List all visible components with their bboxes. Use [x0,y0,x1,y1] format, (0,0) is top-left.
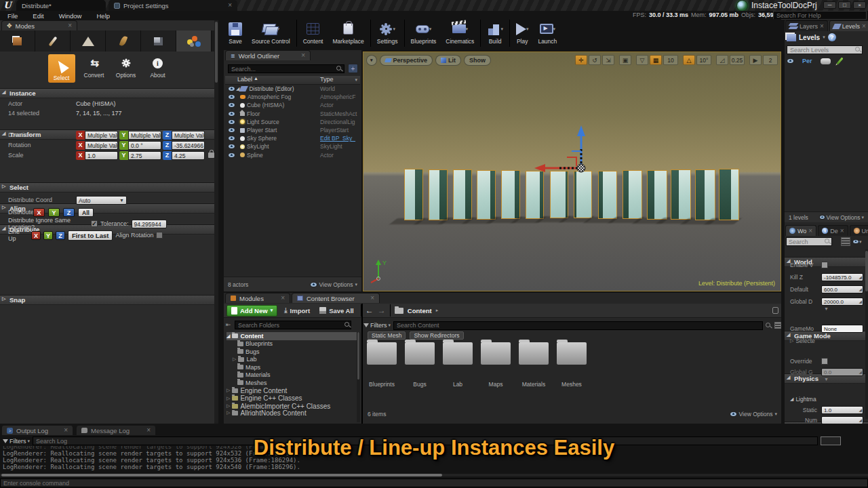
align-rotation-checkbox[interactable] [156,232,163,239]
viewport[interactable]: ▾ Perspective Lit Show ✛ ↺ ⇲ ▣ ▽ ▦ 10 [363,52,781,291]
tolerance-field[interactable]: 94.295944 [132,220,167,228]
grid-snap-value[interactable]: 10 [663,55,678,65]
select-tool-button[interactable]: Select [48,54,75,83]
tab-output-log[interactable]: > Output Log × [1,425,73,435]
tab-world-outliner[interactable]: ≣ World Outliner × [225,50,311,60]
convert-tool-button[interactable]: ⇆ Convert [81,54,107,79]
blueprints-button[interactable]: ▾ Blueprints [406,19,441,45]
pencil-icon[interactable] [836,57,843,64]
tab-message-log[interactable]: Message Log × [76,425,156,435]
close-icon[interactable]: × [281,295,285,302]
asset-folder-blueprints[interactable]: Blueprints [365,342,399,388]
first-to-last-button[interactable]: First to Last [68,230,113,241]
outliner-row[interactable]: Atmospheric Fog AtmosphericF [225,93,360,101]
play-button[interactable]: ▾ Play [511,19,534,45]
visibility-eye-icon[interactable] [228,152,235,158]
visibility-eye-icon[interactable] [228,86,235,92]
static-lighting-field[interactable]: 1.0◢ [821,406,863,414]
outliner-row-world[interactable]: ◢ Distribute (Editor) World [225,85,360,93]
camera-speed-value[interactable]: 2 [763,55,778,65]
section-snap[interactable]: Snap [0,295,218,305]
distribute-all-button[interactable]: All [78,208,94,217]
perspective-button[interactable]: Perspective [380,55,433,66]
tab-world-settings[interactable]: Wo × [785,225,816,236]
surface-snap-button[interactable]: ▽ [636,55,648,65]
tab-project-settings[interactable]: Project Settings × [108,0,237,11]
tab-details[interactable]: i De × [818,225,848,236]
selected-gamemode-row[interactable]: ▷ Selecte [785,335,868,346]
global-d-field[interactable]: 20000.0◢ [821,298,863,306]
add-new-button[interactable]: Add New ▾ [226,305,277,317]
show-button[interactable]: Show [464,55,491,66]
content-button[interactable]: Content [298,19,328,45]
visibility-eye-icon[interactable] [228,102,235,108]
visibility-eye-icon[interactable] [228,136,235,141]
outliner-row[interactable]: Player Start PlayerStart [225,126,360,134]
tree-item[interactable]: ▷Lab [226,356,357,364]
asset-folder-materials[interactable]: Materials [517,342,551,388]
level-row-persistent[interactable]: Per [787,57,866,65]
kill-z-field[interactable]: -1048575.0◢ [821,273,863,281]
gamemode-dropdown[interactable]: None [821,325,863,333]
outliner-row[interactable]: Spline Actor [225,151,360,159]
outliner-view-options-button[interactable]: View Options ▾ [310,281,357,288]
breadcrumb-content[interactable]: Content [408,307,432,314]
about-tool-button[interactable]: i About [145,54,171,79]
distribute-y-button[interactable]: Y [48,208,60,217]
outliner-row[interactable]: Light Source DirectionalLig [225,118,360,126]
lock-icon[interactable] [208,152,214,158]
scale-tool-button[interactable]: ⇲ [602,55,614,65]
close-icon[interactable]: × [64,427,68,434]
close-icon[interactable]: × [862,23,866,30]
mode-tab-geometry[interactable] [141,30,176,52]
build-button[interactable]: ▾ Build [482,19,508,45]
mode-tab-paint[interactable] [35,30,71,52]
tree-item-engine-cpp[interactable]: ▷Engine C++ Classes [226,394,357,403]
tree-item[interactable]: Materials [226,371,357,380]
outliner-row[interactable]: SkyLight SkyLight [225,142,360,150]
world-settings-scrollbar[interactable] [865,249,868,419]
log-hscrollbar[interactable] [0,474,868,476]
mode-tab-instance-tool[interactable] [176,30,212,52]
expand-more-arrow[interactable]: ▼ [785,377,868,382]
rotation-z-field[interactable]: -35.624966 ° [172,141,205,150]
chevron-down-icon[interactable]: ▾ [355,77,357,83]
edit-blueprint-link[interactable]: Edit BP_Sky_ [320,135,355,142]
viewport-options-button[interactable]: ▾ [366,55,377,66]
levels-dropdown[interactable]: Levels [799,34,820,41]
visibility-eye-icon[interactable] [228,127,235,133]
rotation-snap-value[interactable]: 10° [696,55,711,65]
visibility-eye-icon[interactable] [228,94,235,100]
tab-third[interactable]: Un × [850,225,868,236]
num-bounces-field[interactable]: ◢ [821,416,863,424]
menu-file[interactable]: File [0,12,25,20]
chevron-down-icon[interactable]: ▾ [823,35,825,40]
help-icon[interactable]: ? [828,33,836,41]
scale-snap-value[interactable]: 0.25 [730,55,745,65]
modes-panel-scrollbar[interactable] [214,20,218,424]
ignore-same-location-checkbox[interactable]: ✓ [91,220,98,227]
tab-distribute[interactable]: Distribute* [16,0,106,11]
rotate-tool-button[interactable]: ↺ [589,55,601,65]
default-field[interactable]: 600.0◢ [821,285,863,293]
close-icon[interactable]: × [228,2,232,9]
property-matrix-icon[interactable] [841,237,850,246]
mode-tab-foliage[interactable] [106,30,141,52]
lightmass-sub-row[interactable]: ◢ Lightma [785,393,868,405]
location-z-field[interactable]: Multiple Valu [172,131,205,140]
display-filter-button[interactable]: ▾ [852,239,862,245]
gamepad-icon[interactable] [821,58,831,64]
cinematics-button[interactable]: ▾ Cinematics [441,19,479,45]
lineup-x-button[interactable]: X [31,231,41,240]
tree-item[interactable]: Meshes [226,379,357,387]
asset-folder-meshes[interactable]: Meshes [555,342,589,388]
asset-folder-maps[interactable]: Maps [479,342,513,388]
lineup-z-button[interactable]: Z [56,231,65,240]
static-mesh-chip[interactable]: Static Mesh [368,331,406,340]
location-x-field[interactable]: Multiple Valu [85,131,118,140]
back-arrow-button[interactable]: ← [366,306,374,315]
mode-tab-landscape[interactable] [71,30,106,52]
save-all-button[interactable]: Save All [317,307,357,314]
search-levels-input[interactable] [787,45,863,54]
tree-item[interactable]: Maps [226,363,357,371]
